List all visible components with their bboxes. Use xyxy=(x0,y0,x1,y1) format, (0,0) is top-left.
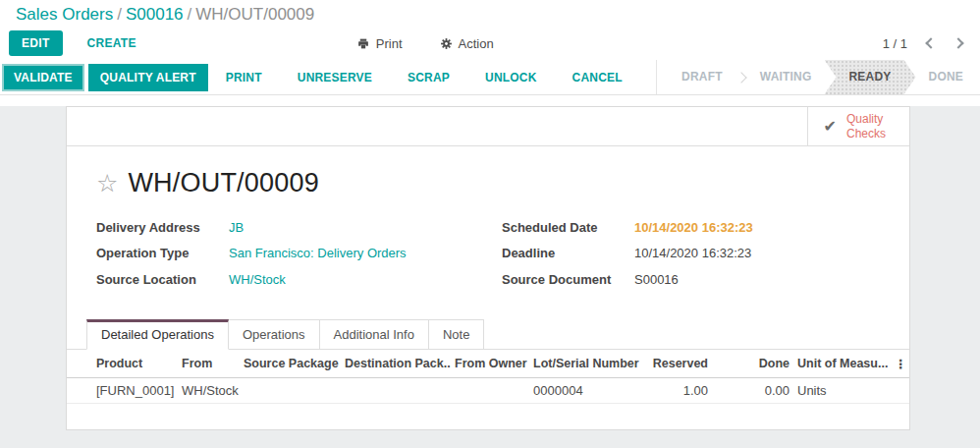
breadcrumb-link-sales-orders[interactable]: Sales Orders xyxy=(16,5,113,24)
breadcrumb-separator: / xyxy=(117,5,122,24)
content-area: ✔ Quality Checks ☆ WH/OUT/00009 Delivery… xyxy=(0,106,980,448)
unlock-button[interactable]: UNLOCK xyxy=(479,70,543,85)
print-button[interactable]: Print xyxy=(351,35,408,52)
unreserve-button[interactable]: UNRESERVE xyxy=(292,70,378,85)
column-header-reserved[interactable]: Reserved xyxy=(646,350,712,378)
check-icon: ✔ xyxy=(824,117,837,136)
notebook-tabs: Detailed Operations Operations Additiona… xyxy=(86,319,909,350)
field-value-operation-type[interactable]: San Francisco: Delivery Orders xyxy=(229,246,407,261)
field-value-deadline: 10/14/2020 16:32:23 xyxy=(634,246,751,261)
column-header-from-owner[interactable]: From Owner xyxy=(451,350,529,378)
breadcrumb-current: WH/OUT/00009 xyxy=(195,5,314,24)
cell-destination-package xyxy=(341,377,451,403)
pager-previous-icon[interactable] xyxy=(925,37,936,48)
table-header-row: Product From Source Package Destination … xyxy=(67,350,909,378)
create-button[interactable]: CREATE xyxy=(82,35,142,51)
cell-source-package xyxy=(240,377,341,403)
print-label: Print xyxy=(376,36,403,51)
column-header-lot-serial[interactable]: Lot/Serial Number xyxy=(529,350,646,378)
column-header-source-package[interactable]: Source Package xyxy=(240,350,341,378)
breadcrumb-link-s00016[interactable]: S00016 xyxy=(126,5,184,24)
pager-value: 1 / 1 xyxy=(883,36,907,51)
cell-done: 0.00 xyxy=(712,377,793,403)
status-waiting[interactable]: WAITING xyxy=(743,60,829,94)
favorite-star-icon[interactable]: ☆ xyxy=(96,171,118,196)
gear-icon xyxy=(440,37,453,50)
tab-note[interactable]: Note xyxy=(429,319,484,350)
quality-alert-button[interactable]: QUALITY ALERT xyxy=(88,64,208,91)
tab-additional-info[interactable]: Additional Info xyxy=(320,319,429,350)
field-value-source-document: S00016 xyxy=(634,272,679,288)
print-picking-button[interactable]: PRINT xyxy=(220,70,268,85)
field-group: Delivery Address JB Operation Type San F… xyxy=(67,202,909,319)
cancel-button[interactable]: CANCEL xyxy=(567,70,628,85)
column-header-from[interactable]: From xyxy=(178,350,240,378)
edit-button[interactable]: EDIT xyxy=(9,30,63,56)
column-header-uom[interactable]: Unit of Measu... xyxy=(793,350,891,378)
button-box: ✔ Quality Checks xyxy=(67,107,909,146)
status-ready[interactable]: READY xyxy=(825,60,916,94)
validate-button[interactable]: VALIDATE xyxy=(2,64,84,91)
quality-checks-button[interactable]: ✔ Quality Checks xyxy=(807,107,909,145)
action-label: Action xyxy=(459,36,494,51)
printer-icon xyxy=(356,37,370,50)
cell-from-owner xyxy=(451,377,529,403)
cell-options xyxy=(891,377,909,403)
field-label-delivery-address: Delivery Address xyxy=(96,220,229,236)
statusbar: VALIDATE QUALITY ALERT PRINT UNRESERVE S… xyxy=(0,60,980,95)
quality-checks-label: Quality Checks xyxy=(846,112,894,140)
tab-detailed-operations[interactable]: Detailed Operations xyxy=(86,319,229,350)
table-row[interactable]: [FURN_0001] ... WH/Stock 0000004 1.00 0.… xyxy=(67,377,909,403)
page-title: WH/OUT/00009 xyxy=(128,168,318,198)
status-draft[interactable]: DRAFT xyxy=(665,60,739,94)
breadcrumb-separator: / xyxy=(188,5,192,24)
column-header-product[interactable]: Product xyxy=(67,350,178,378)
field-value-delivery-address[interactable]: JB xyxy=(229,220,244,236)
control-panel: EDIT CREATE Print xyxy=(0,27,980,60)
field-value-scheduled-date: 10/14/2020 16:32:23 xyxy=(634,220,753,236)
field-value-source-location[interactable]: WH/Stock xyxy=(229,272,286,288)
field-label-scheduled-date: Scheduled Date xyxy=(502,220,634,236)
action-button[interactable]: Action xyxy=(434,35,500,52)
column-header-done[interactable]: Done xyxy=(712,350,793,378)
cell-uom: Units xyxy=(793,377,891,403)
pager: 1 / 1 xyxy=(883,36,966,51)
column-options-icon[interactable]: ⋮ xyxy=(891,350,909,378)
cell-from: WH/Stock xyxy=(178,377,240,403)
field-label-source-location: Source Location xyxy=(96,272,229,288)
cell-reserved: 1.00 xyxy=(646,377,712,403)
cell-product: [FURN_0001] ... xyxy=(67,377,178,403)
status-done[interactable]: DONE xyxy=(912,60,980,94)
cell-lot-serial: 0000004 xyxy=(529,377,646,403)
breadcrumb: Sales Orders/S00016/WH/OUT/00009 xyxy=(0,0,980,27)
tab-operations[interactable]: Operations xyxy=(229,319,320,350)
pager-next-icon[interactable] xyxy=(953,37,963,48)
form-sheet: ✔ Quality Checks ☆ WH/OUT/00009 Delivery… xyxy=(66,106,910,430)
operations-table: Product From Source Package Destination … xyxy=(67,350,909,404)
status-pipeline: DRAFT WAITING READY DONE xyxy=(656,60,980,94)
field-label-operation-type: Operation Type xyxy=(96,246,229,261)
field-label-source-document: Source Document xyxy=(502,272,634,288)
field-label-deadline: Deadline xyxy=(502,246,634,261)
scrap-button[interactable]: SCRAP xyxy=(402,70,456,85)
column-header-destination-package[interactable]: Destination Pack... xyxy=(341,350,451,378)
